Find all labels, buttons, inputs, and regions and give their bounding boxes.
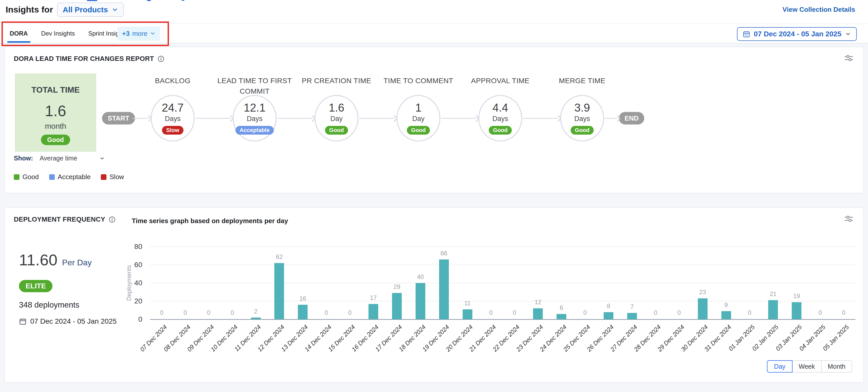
calendar-icon (743, 30, 750, 38)
bar-value-label: 9 (711, 301, 742, 309)
stage-label-approval-time: APPROVAL TIME (456, 76, 544, 86)
product-selector-label: All Products (63, 5, 108, 14)
stage-rating-badge: Good (489, 126, 512, 134)
bar (557, 314, 566, 319)
stage-value: 4.4 (492, 102, 508, 114)
bar (721, 311, 731, 319)
tab-dev-insights[interactable]: Dev Insights (40, 24, 76, 43)
stage-unit: Days (247, 115, 262, 123)
stage-rating-badge: Good (571, 126, 593, 134)
more-tabs-dropdown[interactable]: +3 more (118, 27, 160, 41)
deployment-frequency-card: DEPLOYMENT FREQUENCY Time series graph b… (4, 207, 864, 383)
legend-swatch (49, 174, 55, 180)
y-tick-label: 80 (106, 242, 142, 251)
bar (698, 298, 708, 319)
flow-start-pill: START (102, 112, 135, 125)
granularity-week-button[interactable]: Week (792, 360, 822, 372)
more-tabs-count: +3 (122, 30, 130, 38)
deployments-bar-chart: 806040200Deployments007 Dec 2024008 Dec … (5, 208, 863, 382)
legend-item-acceptable: Acceptable (49, 173, 91, 181)
stage-rating-badge: Acceptable (236, 126, 274, 134)
bar (298, 305, 308, 319)
bar-value-label: 2 (241, 308, 271, 315)
tabs: DORADev InsightsSprint Insights (9, 24, 128, 43)
bar-value-label: 17 (358, 294, 389, 301)
bar-value-label: 0 (734, 309, 765, 316)
more-tabs-label: more (132, 30, 147, 38)
bar-value-label: 66 (429, 250, 459, 257)
granularity-day-button[interactable]: Day (767, 360, 793, 372)
flow-connector-line (360, 118, 395, 119)
rating-legend: GoodAcceptableSlow (14, 173, 124, 181)
gridline (150, 283, 856, 283)
date-range-label: 07 Dec 2024 - 05 Jan 2025 (754, 30, 841, 38)
show-label: Show: (14, 155, 33, 162)
granularity-toggle: DayWeekMonth (767, 360, 852, 372)
bar (533, 308, 543, 319)
bar (369, 304, 378, 319)
bar-value-label: 0 (335, 309, 365, 316)
show-value: Average time (40, 155, 77, 162)
stage-rating-badge: Good (407, 126, 430, 134)
bar-value-label: 62 (264, 253, 294, 261)
legend-item-slow: Slow (101, 173, 124, 181)
show-metric-dropdown[interactable]: Show: Average time (14, 155, 105, 162)
chevron-down-icon (112, 6, 118, 13)
stage-unit: Days (165, 115, 181, 123)
stage-value: 12.1 (244, 102, 266, 114)
stage-rating-badge: Good (325, 126, 348, 134)
stage-circle-merge-time: 3.9DaysGood (560, 95, 604, 142)
lead-time-flow: STARTENDBACKLOG24.7DaysSlowLEAD TIME TO … (5, 47, 863, 193)
page: Insights for All Products View Collectio… (0, 0, 868, 392)
flow-connector-line (523, 118, 558, 119)
chevron-down-icon (845, 31, 851, 37)
clipped-text-fragment (147, 0, 151, 1)
bar (604, 312, 613, 319)
stage-value: 1.6 (329, 102, 344, 114)
bar-value-label: 19 (781, 293, 812, 300)
legend-swatch (101, 174, 106, 180)
flow-connector-line (441, 118, 476, 119)
bar (768, 300, 778, 319)
bar-value-label: 0 (499, 309, 530, 316)
stage-circle-lead-time-to-first-commit: 12.1DaysAcceptable (232, 95, 277, 142)
chevron-down-icon (150, 31, 156, 36)
stage-value: 3.9 (574, 102, 590, 114)
bar-value-label: 11 (452, 300, 483, 307)
bar (251, 318, 261, 319)
clipped-text-fragment (87, 0, 97, 1)
gridline (150, 246, 856, 247)
stage-circle-backlog: 24.7DaysSlow (151, 95, 195, 142)
granularity-month-button[interactable]: Month (821, 360, 852, 372)
chevron-down-icon (99, 156, 105, 161)
stage-label-time-to-comment: TIME TO COMMENT (374, 76, 462, 86)
legend-label: Good (23, 173, 39, 181)
tab-dora[interactable]: DORA (9, 24, 29, 43)
bar (627, 313, 637, 319)
stage-label-backlog: BACKLOG (129, 76, 217, 86)
flow-connector-line (278, 118, 313, 119)
legend-item-good: Good (14, 173, 39, 181)
more-tabs-wrap: +3 more (118, 24, 160, 43)
legend-label: Acceptable (58, 173, 91, 181)
date-range-picker[interactable]: 07 Dec 2024 - 05 Jan 2025 (737, 27, 857, 41)
view-collection-details-link[interactable]: View Collection Details (782, 6, 855, 13)
stage-circle-time-to-comment: 1DayGood (396, 95, 440, 142)
bar-value-label: 0 (664, 309, 694, 316)
flow-end-pill: END (619, 112, 644, 125)
bar (392, 293, 402, 319)
bar (439, 260, 449, 319)
y-tick-label: 60 (106, 260, 142, 270)
stage-unit: Day (330, 115, 343, 123)
bar-value-label: 40 (405, 273, 436, 280)
product-selector-dropdown[interactable]: All Products (57, 3, 124, 17)
bar-value-label: 29 (381, 283, 412, 291)
y-axis-title: Deployments (125, 265, 132, 301)
bar (463, 309, 472, 319)
stage-unit: Day (412, 115, 425, 123)
stage-label-lead-time-to-first-commit: LEAD TIME TO FIRST COMMIT (211, 76, 299, 96)
y-tick-label: 40 (106, 278, 142, 288)
stage-circle-pr-creation-time: 1.6DayGood (314, 95, 359, 142)
bar-value-label: 0 (569, 309, 600, 316)
stage-rating-badge: Slow (162, 126, 183, 134)
